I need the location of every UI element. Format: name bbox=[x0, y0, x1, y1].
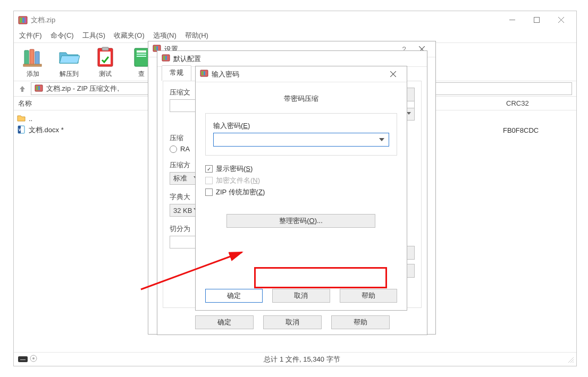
menu-help[interactable]: 帮助(H) bbox=[182, 30, 212, 41]
word-doc-icon: W bbox=[17, 125, 26, 135]
highlight-frame bbox=[254, 267, 387, 288]
svg-rect-10 bbox=[35, 52, 39, 65]
svg-rect-37 bbox=[165, 56, 167, 60]
password-ok-button[interactable]: 确定 bbox=[205, 289, 263, 303]
toolbar-add[interactable]: 添加 bbox=[17, 45, 49, 79]
svg-text:W: W bbox=[19, 127, 23, 132]
config-cancel-button[interactable]: 取消 bbox=[263, 315, 322, 329]
password-close-button[interactable] bbox=[383, 66, 402, 82]
checkbox-checked-icon: ✓ bbox=[205, 165, 213, 173]
svg-rect-11 bbox=[23, 64, 41, 66]
password-input-group: 输入密码(E) bbox=[205, 113, 397, 156]
password-cancel-button[interactable]: 取消 bbox=[272, 289, 330, 303]
svg-rect-13 bbox=[100, 52, 111, 64]
svg-rect-5 bbox=[534, 18, 539, 23]
clipboard-check-icon bbox=[94, 45, 117, 68]
svg-rect-32 bbox=[156, 46, 158, 50]
column-crc[interactable]: CRC32 bbox=[502, 99, 576, 107]
password-dialog: 输入密码 带密码压缩 输入密码(E) ✓ 显示密码(S) 加密文件名(N) ZI… bbox=[195, 66, 407, 311]
resize-grip-icon[interactable] bbox=[567, 356, 574, 363]
folder-up-icon bbox=[17, 114, 26, 124]
list-item-name: 文档.docx * bbox=[29, 125, 64, 135]
main-titlebar: 文档.zip bbox=[14, 11, 576, 29]
svg-rect-14 bbox=[102, 47, 108, 50]
show-password-checkbox[interactable]: ✓ 显示密码(S) bbox=[205, 164, 397, 174]
svg-rect-17 bbox=[137, 54, 146, 55]
toolbar-test-label: 测试 bbox=[99, 70, 112, 79]
toolbar-test[interactable]: 测试 bbox=[89, 45, 121, 79]
svg-rect-18 bbox=[137, 56, 146, 57]
svg-rect-2 bbox=[22, 18, 24, 23]
checkbox-icon bbox=[205, 188, 213, 196]
menu-fav[interactable]: 收藏夹(O) bbox=[111, 30, 148, 41]
show-password-label: 显示密码(S) bbox=[216, 164, 253, 174]
checkbox-icon bbox=[205, 177, 213, 184]
svg-rect-39 bbox=[201, 71, 203, 75]
app-icon bbox=[200, 69, 208, 79]
archive-icon bbox=[35, 84, 43, 94]
menu-tools[interactable]: 工具(S) bbox=[79, 30, 108, 41]
list-item-crc: FB0F8CDC bbox=[499, 126, 573, 134]
status-glyph: — bbox=[18, 356, 28, 362]
svg-line-29 bbox=[573, 362, 574, 363]
svg-point-26 bbox=[32, 357, 35, 359]
password-input[interactable] bbox=[213, 133, 389, 147]
svg-rect-20 bbox=[36, 86, 38, 90]
app-icon bbox=[18, 15, 28, 25]
password-button-row: 确定 取消 帮助 bbox=[205, 289, 397, 303]
password-input-label: 输入密码(E) bbox=[213, 121, 389, 131]
toolbar-view-label: 查 bbox=[138, 70, 145, 79]
toolbar-extract[interactable]: 解压到 bbox=[53, 45, 85, 79]
minimize-button[interactable] bbox=[500, 11, 524, 29]
password-body: 带密码压缩 输入密码(E) ✓ 显示密码(S) 加密文件名(N) ZIP 传统加… bbox=[196, 82, 407, 310]
svg-rect-40 bbox=[204, 71, 205, 75]
config-title: 默认配置 bbox=[173, 54, 201, 64]
svg-rect-16 bbox=[137, 50, 146, 53]
menu-file[interactable]: 文件(F) bbox=[16, 30, 45, 41]
main-title: 文档.zip bbox=[31, 15, 55, 25]
password-title: 输入密码 bbox=[212, 70, 239, 79]
close-button[interactable] bbox=[549, 11, 573, 29]
svg-rect-31 bbox=[154, 46, 156, 50]
status-bar: — 总计 1 文件, 15,340 字节 bbox=[14, 352, 576, 366]
zip-legacy-label: ZIP 传统加密(Z) bbox=[216, 187, 265, 197]
manage-passwords-label: 整理密码(O)... bbox=[279, 216, 323, 226]
chevron-down-icon[interactable] bbox=[379, 138, 384, 141]
svg-rect-21 bbox=[38, 86, 40, 90]
books-icon bbox=[21, 45, 45, 68]
encrypt-filenames-label: 加密文件名(N) bbox=[216, 176, 260, 185]
path-text: 文档.zip - ZIP 压缩文件, bbox=[46, 84, 119, 93]
folder-open-icon bbox=[57, 45, 81, 68]
status-text: 总计 1 文件, 15,340 字节 bbox=[37, 355, 567, 364]
encrypt-filenames-checkbox: 加密文件名(N) bbox=[205, 176, 397, 185]
password-help-button[interactable]: 帮助 bbox=[340, 289, 397, 303]
list-item-name: .. bbox=[29, 115, 32, 123]
menu-cmd[interactable]: 命令(C) bbox=[47, 30, 77, 41]
password-titlebar: 输入密码 bbox=[196, 66, 407, 82]
svg-rect-1 bbox=[20, 18, 22, 23]
tab-general[interactable]: 常规 bbox=[162, 65, 191, 81]
app-icon bbox=[162, 54, 170, 64]
password-subtitle: 带密码压缩 bbox=[205, 90, 397, 113]
menu-options[interactable]: 选项(N) bbox=[150, 30, 180, 41]
config-help-button[interactable]: 帮助 bbox=[331, 315, 390, 329]
svg-rect-8 bbox=[24, 50, 29, 65]
disc-icon bbox=[30, 355, 37, 364]
config-ok-button[interactable]: 确定 bbox=[195, 315, 254, 329]
svg-rect-36 bbox=[163, 56, 165, 60]
config-titlebar: 默认配置 bbox=[157, 51, 427, 67]
manage-passwords-button[interactable]: 整理密码(O)... bbox=[226, 214, 375, 228]
svg-rect-3 bbox=[25, 18, 26, 23]
maximize-button[interactable] bbox=[524, 11, 549, 29]
up-icon[interactable] bbox=[18, 84, 27, 93]
toolbar-extract-label: 解压到 bbox=[60, 70, 79, 79]
svg-rect-9 bbox=[30, 49, 34, 65]
format-rar-label: RA bbox=[180, 145, 190, 153]
zip-legacy-checkbox[interactable]: ZIP 传统加密(Z) bbox=[205, 187, 397, 197]
toolbar-add-label: 添加 bbox=[27, 70, 39, 79]
